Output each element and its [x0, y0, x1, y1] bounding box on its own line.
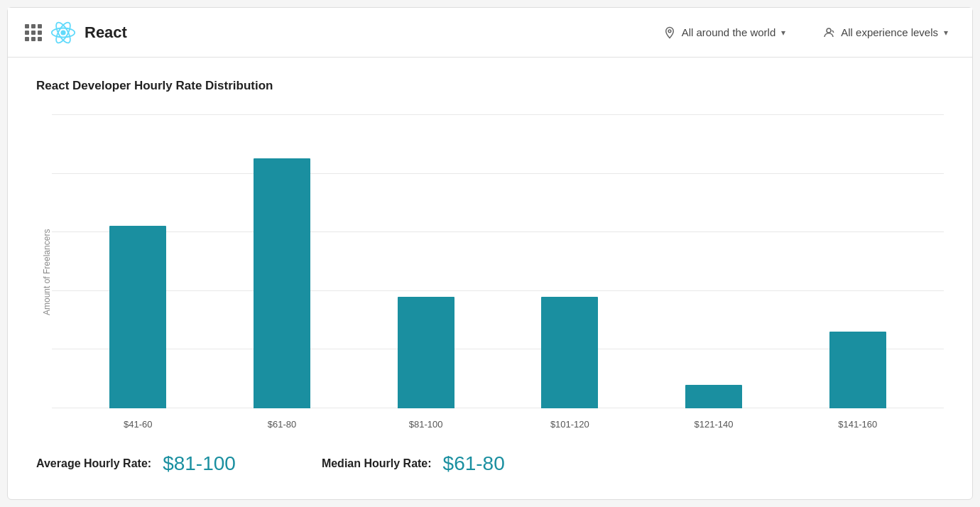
median-rate-value: $61-80 [443, 452, 505, 475]
grid-icon[interactable] [25, 24, 42, 41]
chart-bar[interactable] [685, 385, 742, 408]
bar-group [210, 114, 354, 408]
location-icon [663, 26, 676, 39]
svg-point-4 [668, 29, 671, 32]
average-rate-item: Average Hourly Rate: $81-100 [36, 452, 236, 475]
person-icon [822, 26, 835, 39]
header: React All around the world ▾ All experie [8, 8, 972, 58]
chart-bar[interactable] [829, 332, 886, 408]
experience-chevron-icon: ▾ [944, 28, 948, 38]
x-axis-label: $141-160 [785, 413, 930, 430]
chart-title: React Developer Hourly Rate Distribution [36, 79, 944, 93]
x-axis-label: $61-80 [210, 413, 354, 430]
content-area: React Developer Hourly Rate Distribution… [8, 58, 972, 499]
x-axis-label: $121-140 [642, 413, 786, 430]
chart-bar[interactable] [109, 226, 166, 408]
x-labels: $41-60$61-80$81-100$101-120$121-140$141-… [52, 413, 944, 430]
react-logo-icon [50, 20, 76, 45]
experience-filter-button[interactable]: All experience levels ▾ [815, 22, 955, 43]
y-axis-label: Amount of Freelancers [36, 114, 52, 430]
experience-filter-label: All experience levels [841, 26, 938, 38]
chart-bar[interactable] [398, 297, 454, 408]
chart-area: $41-60$61-80$81-100$101-120$121-140$141-… [52, 114, 944, 430]
x-axis-label: $101-120 [498, 413, 642, 430]
chart-bar[interactable] [541, 297, 598, 408]
median-rate-label: Median Hourly Rate: [322, 457, 432, 470]
x-axis-label: $41-60 [66, 413, 210, 430]
location-filter-label: All around the world [682, 26, 776, 38]
location-chevron-icon: ▾ [781, 28, 785, 38]
location-filter-button[interactable]: All around the world ▾ [656, 22, 793, 43]
header-filters: All around the world ▾ All experience le… [656, 22, 955, 43]
x-axis-label: $81-100 [354, 413, 498, 430]
svg-point-5 [827, 28, 831, 33]
summary-divider [278, 449, 279, 478]
summary-row: Average Hourly Rate: $81-100 Median Hour… [36, 430, 944, 485]
header-left: React [25, 20, 656, 45]
bar-group [354, 114, 498, 408]
svg-point-0 [60, 30, 65, 35]
bar-group [66, 114, 210, 408]
chart-wrapper: Amount of Freelancers $41-60$61-80$81-10… [36, 114, 944, 430]
average-rate-label: Average Hourly Rate: [36, 457, 151, 470]
chart-bar[interactable] [254, 158, 310, 408]
bars-container [52, 114, 944, 408]
bar-group [642, 114, 786, 408]
app-title: React [85, 23, 127, 42]
average-rate-value: $81-100 [163, 452, 236, 475]
bar-group [785, 114, 930, 408]
median-rate-item: Median Hourly Rate: $61-80 [322, 452, 505, 475]
bar-group [498, 114, 642, 408]
main-container: React All around the world ▾ All experie [7, 7, 973, 500]
